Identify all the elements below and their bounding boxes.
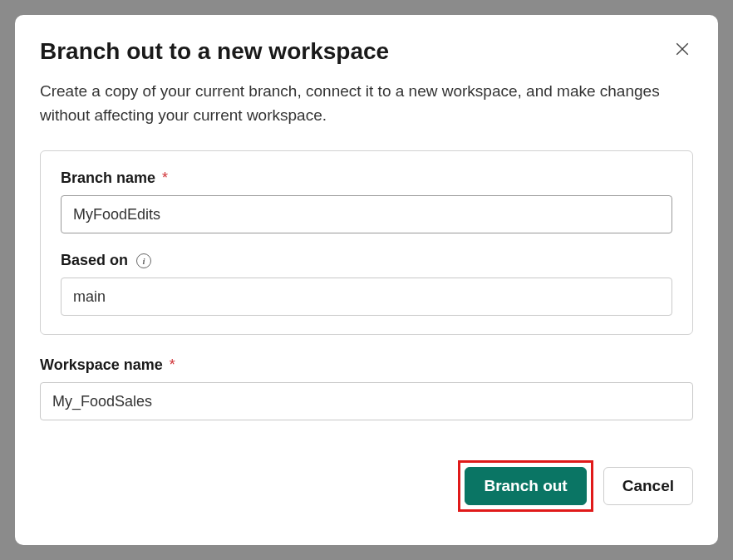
- close-button[interactable]: [672, 38, 693, 60]
- cancel-button[interactable]: Cancel: [603, 467, 693, 505]
- branch-fields-group: Branch name * Based on i: [40, 150, 693, 335]
- info-icon[interactable]: i: [136, 253, 151, 268]
- branch-name-input[interactable]: [61, 195, 672, 233]
- workspace-name-label-text: Workspace name: [40, 356, 163, 374]
- based-on-field: Based on i: [61, 252, 672, 316]
- primary-button-highlight: Branch out: [458, 460, 593, 512]
- branch-name-label-text: Branch name: [61, 169, 155, 187]
- workspace-name-input[interactable]: [40, 382, 693, 420]
- based-on-label: Based on i: [61, 252, 672, 269]
- required-indicator: *: [170, 356, 175, 374]
- modal-footer: Branch out Cancel: [40, 460, 693, 512]
- workspace-name-label: Workspace name *: [40, 356, 693, 374]
- branch-name-field: Branch name *: [61, 169, 672, 233]
- modal-description: Create a copy of your current branch, co…: [40, 80, 693, 127]
- branch-name-label: Branch name *: [61, 169, 672, 187]
- required-indicator: *: [162, 169, 168, 187]
- branch-out-modal: Branch out to a new workspace Create a c…: [15, 15, 718, 545]
- modal-header: Branch out to a new workspace: [40, 38, 693, 65]
- based-on-label-text: Based on: [61, 252, 128, 269]
- cancel-wrap: Cancel: [603, 460, 693, 512]
- modal-title: Branch out to a new workspace: [40, 38, 389, 65]
- close-icon: [675, 42, 690, 56]
- workspace-name-field: Workspace name *: [40, 356, 693, 420]
- based-on-input[interactable]: [61, 278, 672, 316]
- branch-out-button[interactable]: Branch out: [465, 467, 586, 505]
